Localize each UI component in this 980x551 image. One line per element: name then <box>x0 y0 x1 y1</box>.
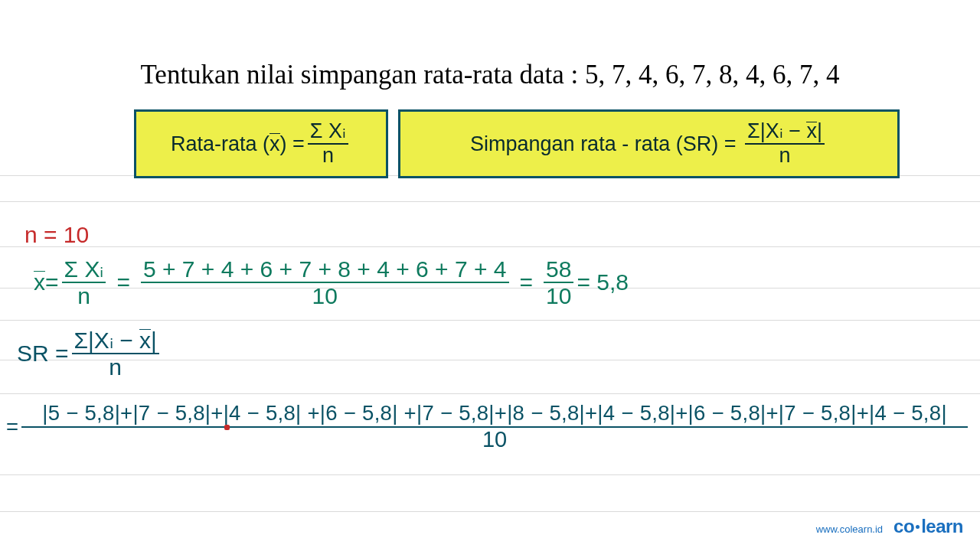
sr-num-prefix: Σ|Xᵢ − <box>74 328 140 353</box>
mean-frac-symbolic: Σ Xᵢ n <box>62 256 106 308</box>
sr-expansion-numerator: |5 − 5,8|+|7 − 5,8|+|4 − 5,8| +|6 − 5,8|… <box>21 402 968 428</box>
sr-fraction: Σ|Xᵢ − x| n <box>72 328 159 380</box>
sr-numerator: Σ|Xᵢ − x| <box>72 328 159 354</box>
brand-logo: colearn <box>893 516 963 537</box>
page-root: Tentukan nilai simpangan rata-rata data … <box>0 0 980 551</box>
sr-lhs: SR = <box>17 341 69 367</box>
brand-post: learn <box>921 516 963 536</box>
formula-mean-label-suffix: ) = <box>280 132 305 156</box>
mean-frac2-den: 10 <box>141 283 509 308</box>
footer-url: www.colearn.id <box>816 523 883 535</box>
eq-sign: = <box>6 415 18 439</box>
mean-frac-expanded: 5 + 7 + 4 + 6 + 7 + 8 + 4 + 6 + 7 + 4 10 <box>141 256 509 308</box>
sr-formula-line: SR = Σ|Xᵢ − x| n <box>17 328 162 380</box>
mean-frac2-num: 5 + 7 + 4 + 6 + 7 + 8 + 4 + 6 + 7 + 4 <box>141 256 509 283</box>
formula-sr-num-suffix: | <box>817 119 822 142</box>
eq-sign: = <box>520 269 534 295</box>
mean-frac3-den: 10 <box>544 283 573 308</box>
mean-frac1-den: n <box>62 283 106 308</box>
formula-sr-denominator: n <box>745 145 825 168</box>
formula-mean-fraction: Σ Xᵢ n <box>308 120 348 167</box>
sr-expansion-fraction: |5 − 5,8|+|7 − 5,8|+|4 − 5,8| +|6 − 5,8|… <box>21 402 968 452</box>
x-bar-symbol: x <box>270 132 280 156</box>
mean-computation: x = Σ Xᵢ n = 5 + 7 + 4 + 6 + 7 + 8 + 4 +… <box>34 256 629 308</box>
mean-result: = 5,8 <box>577 269 629 295</box>
x-bar-symbol: x <box>34 269 45 295</box>
problem-title: Tentukan nilai simpangan rata-rata data … <box>0 60 980 90</box>
formula-sr-fraction: Σ|Xᵢ − x| n <box>745 120 825 167</box>
x-bar-symbol: x <box>806 120 817 143</box>
sr-num-suffix: | <box>151 328 157 353</box>
n-equals-line: n = 10 <box>24 222 89 248</box>
sr-expansion-denominator: 10 <box>21 428 968 452</box>
brand-dot-icon <box>916 525 920 529</box>
sr-denominator: n <box>72 354 159 380</box>
eq-sign: = <box>116 269 130 295</box>
formula-mean-numerator: Σ Xᵢ <box>308 120 348 145</box>
formula-mean-label-prefix: Rata-rata ( <box>171 132 270 156</box>
brand-pre: co <box>893 516 914 536</box>
formula-sr-numerator: Σ|Xᵢ − x| <box>745 120 825 145</box>
sr-expansion-line: = |5 − 5,8|+|7 − 5,8|+|4 − 5,8| +|6 − 5,… <box>6 402 971 452</box>
formula-sr-label: Simpangan rata - rata (SR) = <box>470 132 736 156</box>
formula-box-sr: Simpangan rata - rata (SR) = Σ|Xᵢ − x| n <box>398 109 900 178</box>
eq-sign: = <box>45 269 59 295</box>
formula-mean-denominator: n <box>308 145 348 168</box>
footer: www.colearn.id colearn <box>816 516 963 537</box>
mean-frac1-num: Σ Xᵢ <box>62 256 106 283</box>
mean-frac-reduced: 58 10 <box>544 256 573 308</box>
formula-box-mean: Rata-rata ( x ) = Σ Xᵢ n <box>134 109 388 178</box>
x-bar-symbol: x <box>139 328 151 353</box>
mean-frac3-num: 58 <box>544 256 573 283</box>
formula-sr-num-prefix: Σ|Xᵢ − <box>747 119 806 142</box>
cursor-dot <box>224 425 230 430</box>
